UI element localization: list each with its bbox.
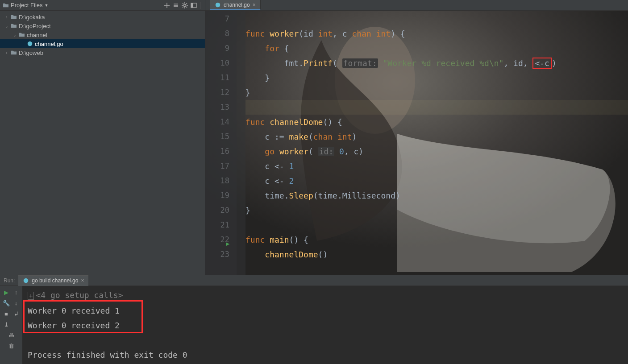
editor-tabbar: channel.go × [205,0,628,11]
code-line[interactable]: for { [245,41,628,56]
toolbar-divider [200,2,200,9]
code-line[interactable]: c <- 2 [245,174,628,188]
go-file-icon [26,41,34,47]
line-number: 11 [205,70,229,85]
svg-point-6 [216,2,220,7]
tree-file[interactable]: channel.go [0,39,205,48]
line-number: 23 [205,247,229,262]
run-toolbar: ▶ ↑ 🔧 ↓ ■ ↲ ⤓ 🖶 🗑 [0,286,22,364]
close-icon[interactable]: × [253,2,256,8]
sidebar-header: Project Files ▼ [0,0,205,11]
editor-tab-label: channel.go [224,2,250,8]
settings-gear-button[interactable] [180,1,189,10]
code-line[interactable]: } [245,70,628,85]
code-line[interactable]: c <- 1 [245,159,628,174]
run-label: Run: [0,277,18,284]
expand-all-button[interactable] [171,1,180,10]
line-number: 15 [205,129,229,144]
run-console[interactable]: +<4 go setup calls>Worker 0 received 1Wo… [22,286,628,364]
code-line[interactable]: go worker( id: 0, c) [245,144,628,159]
folder-icon [10,23,18,29]
code-line[interactable]: func main() { [245,232,628,247]
folder-icon [10,14,18,20]
line-number: 19 [205,188,229,203]
folder-icon [10,50,18,55]
sidebar-title-label: Project Files [11,2,43,8]
up-button[interactable]: ↑ [11,288,21,297]
output-highlight-box [23,300,143,333]
line-number: 9 [205,41,229,56]
fold-strip[interactable] [237,11,245,275]
code-editor[interactable]: 78910111213141516171819202122▶23 func wo… [205,11,628,275]
project-tree[interactable]: ›D:\gokaka⌄D:\goProject⌄channelchannel.g… [0,11,205,275]
line-number: 14 [205,115,229,129]
line-number: 22▶ [205,232,229,247]
down-button[interactable]: ↓ [11,298,21,307]
tree-folder[interactable]: ›D:\gokaka [0,12,205,21]
top-split: Project Files ▼ ›D:\gokaka⌄D:\goProject⌄… [0,0,628,275]
folder-icon [18,32,26,37]
code-line[interactable] [245,100,628,115]
tree-expander-icon[interactable]: › [4,50,10,55]
hide-sidebar-button[interactable] [189,1,198,10]
tree-folder[interactable]: ›D:\goweb [0,48,205,57]
tree-folder[interactable]: ⌄channel [0,30,205,39]
svg-point-0 [184,4,186,6]
line-number: 13 [205,100,229,115]
code-line[interactable]: c := make(chan int) [245,129,628,144]
code-line[interactable]: time.Sleep(time.Millisecond) [245,188,628,203]
go-file-icon [215,2,221,8]
delete-button[interactable]: 🗑 [6,341,16,350]
caret-line-highlight [245,100,628,115]
tree-item-label: channel.go [34,41,63,47]
tree-expander-icon[interactable]: ⌄ [12,33,18,37]
chevron-down-icon: ▼ [45,3,49,8]
scroll-to-end-button[interactable]: ⤓ [1,320,11,329]
line-number: 12 [205,85,229,100]
go-file-icon [23,277,29,284]
tree-folder[interactable]: ⌄D:\goProject [0,21,205,30]
run-header: Run: go build channel.go × [0,275,628,286]
run-tool-window: Run: go build channel.go × ▶ ↑ 🔧 ↓ ■ ↲ [0,275,628,364]
line-number: 20 [205,203,229,218]
svg-point-3 [28,41,33,46]
tree-item-label: channel [26,32,47,38]
editor-tab-channel-go[interactable]: channel.go × [210,0,261,10]
console-blank-line [28,333,623,347]
code-line[interactable]: } [245,203,628,218]
rerun-button[interactable]: ▶ [1,288,11,297]
tree-item-label: D:\goProject [18,23,51,29]
project-files-dropdown[interactable]: Project Files ▼ [3,2,48,8]
stop-button[interactable]: ■ [1,309,11,318]
ide-root: Project Files ▼ ›D:\gokaka⌄D:\goProject⌄… [0,0,628,364]
line-number: 17 [205,159,229,174]
line-number-gutter: 78910111213141516171819202122▶23 [205,11,237,275]
code-line[interactable]: fmt.Printf( format: "Worker %d received … [245,56,628,70]
run-tab-label: go build channel.go [32,277,78,284]
run-body: ▶ ↑ 🔧 ↓ ■ ↲ ⤓ 🖶 🗑 +<4 go setup cal [0,286,628,364]
line-number: 21 [205,218,229,232]
project-sidebar: Project Files ▼ ›D:\gokaka⌄D:\goProject⌄… [0,0,205,275]
line-number: 10 [205,56,229,70]
line-number: 7 [205,12,229,26]
wrench-button[interactable]: 🔧 [1,298,11,307]
select-opened-file-button[interactable] [162,1,171,10]
code-line[interactable] [245,12,628,26]
soft-wrap-button[interactable]: ↲ [11,309,21,318]
tree-item-label: D:\goweb [18,50,43,56]
code-line[interactable]: } [245,85,628,100]
editor-area: channel.go × 789101112131415161718192021… [205,0,628,275]
tree-expander-icon[interactable]: ⌄ [4,24,10,29]
code-line[interactable]: func channelDome() { [245,115,628,129]
tree-expander-icon[interactable]: › [4,15,10,20]
print-button[interactable]: 🖶 [6,331,16,339]
run-config-tab[interactable]: go build channel.go × [18,275,88,286]
console-exit-line: Process finished with exit code 0 [28,347,623,362]
code-content[interactable]: func worker(id int, c chan int) { for { … [245,11,628,275]
code-line[interactable] [245,218,628,232]
svg-rect-2 [191,3,193,8]
close-icon[interactable]: × [81,277,84,284]
code-line[interactable]: func worker(id int, c chan int) { [245,26,628,41]
expand-icon[interactable]: + [28,292,34,300]
code-line[interactable]: channelDome() [245,247,628,262]
